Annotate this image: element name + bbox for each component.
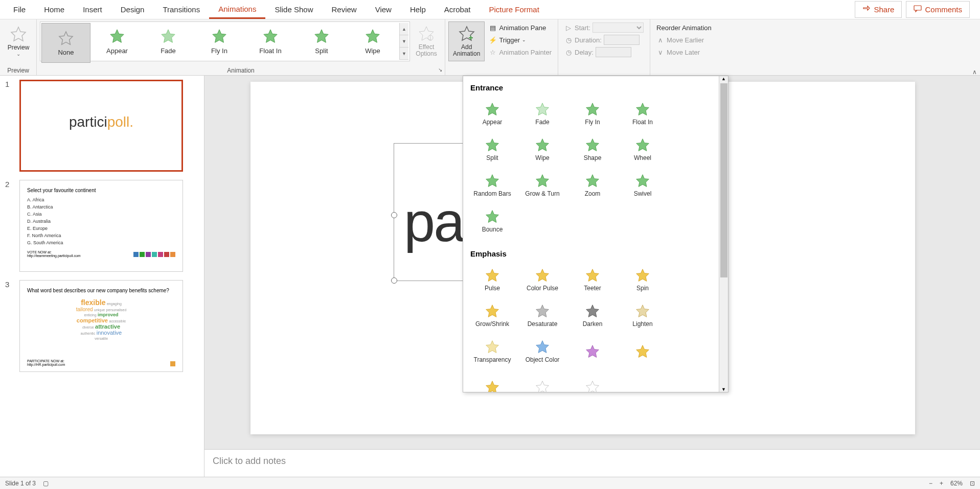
animation-none[interactable]: None <box>41 23 90 63</box>
star-green-icon <box>485 102 499 117</box>
star-green-icon <box>535 138 550 152</box>
star-outline-icon <box>585 380 600 392</box>
entrance-grid: Appear Fade Fly In Float In Split Wipe S… <box>463 96 719 239</box>
star-yellow-icon <box>585 268 600 283</box>
move-earlier-label: Move Earlier <box>667 36 704 44</box>
animation-pane-label: Animation Pane <box>499 24 546 32</box>
tab-picture-format[interactable]: Picture Format <box>480 1 548 18</box>
dd-extra5[interactable] <box>567 369 618 392</box>
accessibility-icon[interactable]: ▢ <box>43 480 49 487</box>
dd-colorpulse[interactable]: Color Pulse <box>517 262 567 298</box>
move-later-button[interactable]: ∨ Move Later <box>653 46 715 58</box>
dd-floatin[interactable]: Float In <box>618 96 668 132</box>
star-yellow-icon <box>635 268 650 283</box>
entrance-heading: Entrance <box>463 79 719 96</box>
dd-split[interactable]: Split <box>467 132 517 168</box>
animation-wipe[interactable]: Wipe <box>348 23 397 60</box>
dropdown-scroll-thumb[interactable] <box>720 83 727 277</box>
star-outline-icon <box>10 26 27 42</box>
dd-appear[interactable]: Appear <box>467 96 517 132</box>
gallery-expand[interactable]: ▼ <box>400 48 408 60</box>
dd-bounce[interactable]: Bounce <box>467 203 517 239</box>
zoom-plus[interactable]: + <box>940 480 943 487</box>
tab-transitions[interactable]: Transitions <box>153 1 209 18</box>
dd-wheel[interactable]: Wheel <box>618 132 668 168</box>
tab-insert[interactable]: Insert <box>74 1 111 18</box>
tab-help[interactable]: Help <box>401 1 435 18</box>
ribbon-collapse[interactable]: ∧ <box>972 68 977 76</box>
dd-randombars[interactable]: Random Bars <box>467 168 517 203</box>
thumb-3-badge <box>170 361 175 366</box>
duration-input[interactable] <box>604 35 640 45</box>
tab-slideshow[interactable]: Slide Show <box>265 1 322 18</box>
dd-pulse[interactable]: Pulse <box>467 262 517 298</box>
gallery-scroll-down[interactable]: ▼ <box>400 35 408 48</box>
preview-button[interactable]: Preview ⌄ <box>3 21 34 61</box>
dd-desaturate[interactable]: Desaturate <box>517 298 567 334</box>
tab-file[interactable]: File <box>4 1 35 18</box>
delay-input[interactable] <box>596 47 631 57</box>
tab-acrobat[interactable]: Acrobat <box>435 1 480 18</box>
share-button[interactable]: Share <box>855 1 902 18</box>
thumb-3-participate: PARTICIPATE NOW at: http://HR.participol… <box>27 359 65 366</box>
star-transp-icon <box>485 340 499 354</box>
tab-review[interactable]: Review <box>322 1 366 18</box>
animation-floatin[interactable]: Float In <box>246 23 295 60</box>
comments-button[interactable]: Comments <box>906 1 970 18</box>
effect-options-label: Effect Options <box>416 44 437 57</box>
dd-transparency[interactable]: Transparency <box>467 334 517 369</box>
dd-spin[interactable]: Spin <box>618 262 668 298</box>
thumb-slide-3[interactable]: What word best describes our new company… <box>19 280 183 372</box>
start-select[interactable] <box>592 22 644 33</box>
thumb-2-list: A. Africa B. Antarctica C. Asia D. Austr… <box>27 196 175 246</box>
animation-split[interactable]: Split <box>297 23 346 60</box>
animation-fade[interactable]: Fade <box>144 23 193 60</box>
pane-icon: ▤ <box>489 24 497 32</box>
tab-design[interactable]: Design <box>111 1 154 18</box>
dd-zoom[interactable]: Zoom <box>567 168 618 203</box>
dd-teeter[interactable]: Teeter <box>567 262 618 298</box>
dd-wipe[interactable]: Wipe <box>517 132 567 168</box>
thumb-2-swatches <box>133 252 175 257</box>
up-arrow-icon: ∧ <box>656 36 665 44</box>
animation-wipe-label: Wipe <box>365 47 380 55</box>
dd-growshrink[interactable]: Grow/Shrink <box>467 298 517 334</box>
fit-to-window[interactable]: ⊡ <box>970 480 975 487</box>
dd-darken[interactable]: Darken <box>567 298 618 334</box>
tab-view[interactable]: View <box>366 1 401 18</box>
notes-pane[interactable]: Click to add notes <box>204 449 980 477</box>
gallery-scroll-up[interactable]: ▲ <box>400 23 408 35</box>
animation-flyin[interactable]: Fly In <box>195 23 244 60</box>
dd-extra3[interactable] <box>467 369 517 392</box>
star-green-fade-icon <box>535 102 550 117</box>
dd-extra4[interactable] <box>517 369 567 392</box>
star-yellow-icon <box>535 268 550 283</box>
dd-lighten[interactable]: Lighten <box>618 298 668 334</box>
dd-shape[interactable]: Shape <box>567 132 618 168</box>
thumb-slide-1[interactable]: participoll. <box>19 80 183 172</box>
animation-painter-label: Animation Painter <box>499 49 552 56</box>
animation-appear[interactable]: Appear <box>93 23 142 60</box>
dd-extra1[interactable] <box>567 334 618 369</box>
dropdown-scrollbar[interactable]: ▲ ▼ <box>719 76 728 392</box>
thumb-slide-2[interactable]: Select your favourite continent A. Afric… <box>19 180 183 272</box>
thumb-3-title: What word best describes our new company… <box>27 288 175 293</box>
star-yellow-icon <box>485 268 499 283</box>
dd-fade[interactable]: Fade <box>517 96 567 132</box>
zoom-minus[interactable]: − <box>929 480 932 487</box>
add-animation-button[interactable]: Add Animation <box>448 21 485 61</box>
animation-dialog-launcher[interactable]: ↘ <box>437 67 444 74</box>
trigger-button[interactable]: ⚡ Trigger ⌄ <box>486 34 555 46</box>
move-earlier-button[interactable]: ∧ Move Earlier <box>653 34 715 46</box>
animation-painter-button[interactable]: ☆ Animation Painter <box>486 46 555 58</box>
tab-animations[interactable]: Animations <box>209 1 265 19</box>
effect-options-button[interactable]: Effect Options <box>411 21 442 61</box>
dd-extra2[interactable] <box>618 334 668 369</box>
dd-objectcolor[interactable]: Object Color <box>517 334 567 369</box>
animation-pane-button[interactable]: ▤ Animation Pane <box>486 21 555 34</box>
dd-swivel[interactable]: Swivel <box>618 168 668 203</box>
animation-gallery: None Appear Fade Fly In Float In <box>40 21 410 61</box>
dd-flyin[interactable]: Fly In <box>567 96 618 132</box>
tab-home[interactable]: Home <box>35 1 74 18</box>
dd-growturn[interactable]: Grow & Turn <box>517 168 567 203</box>
